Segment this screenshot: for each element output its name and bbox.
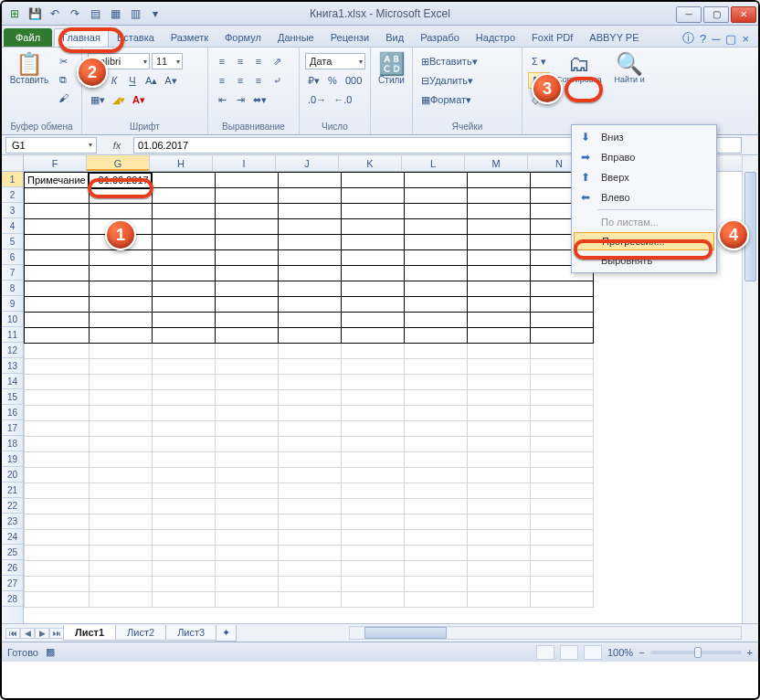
cell[interactable]	[25, 313, 90, 328]
cell[interactable]	[278, 188, 341, 204]
cell[interactable]	[278, 204, 341, 219]
row-header-23[interactable]: 23	[2, 514, 23, 529]
cell[interactable]	[152, 297, 215, 313]
cell[interactable]	[89, 577, 152, 592]
cell[interactable]	[152, 375, 215, 390]
merge-button[interactable]: ⬌▾	[250, 91, 269, 108]
cell[interactable]	[278, 468, 341, 483]
cell[interactable]	[25, 514, 90, 530]
row-header-12[interactable]: 12	[2, 343, 23, 358]
cell[interactable]	[89, 406, 152, 421]
cell[interactable]	[215, 483, 278, 499]
hscroll-thumb[interactable]	[364, 627, 447, 639]
wrap-button[interactable]: ⤶	[269, 72, 285, 89]
cell[interactable]	[278, 328, 341, 344]
tab-review[interactable]: Рецензи	[322, 28, 378, 47]
cell[interactable]	[467, 359, 530, 375]
col-header-i[interactable]: I	[213, 155, 276, 171]
maximize-button[interactable]: ▢	[703, 6, 729, 23]
styles-button[interactable]: 🔠 Стили	[376, 49, 406, 85]
ribbon-minimize-icon[interactable]: ⓘ	[682, 30, 694, 47]
col-header-l[interactable]: L	[402, 155, 465, 171]
sheet-tab-2[interactable]: Лист2	[115, 625, 166, 641]
cell[interactable]	[152, 514, 215, 530]
cell[interactable]	[341, 437, 404, 452]
cell[interactable]	[215, 390, 278, 406]
tab-data[interactable]: Данные	[269, 28, 322, 47]
cell[interactable]	[467, 421, 530, 437]
cell[interactable]	[530, 483, 593, 499]
cell[interactable]	[530, 359, 593, 375]
cell[interactable]	[152, 499, 215, 514]
cell[interactable]	[89, 281, 152, 297]
paste-button[interactable]: 📋 Вставить	[7, 49, 51, 85]
redo-icon[interactable]: ↷	[66, 5, 84, 22]
cell[interactable]	[215, 530, 278, 546]
cell[interactable]	[25, 344, 90, 359]
cell[interactable]	[467, 514, 530, 530]
cell[interactable]	[530, 328, 593, 344]
cell[interactable]	[341, 483, 404, 499]
cell[interactable]	[25, 468, 90, 483]
cell[interactable]	[467, 297, 530, 313]
cell[interactable]	[341, 297, 404, 313]
cell[interactable]	[341, 592, 404, 608]
tab-view[interactable]: Вид	[377, 28, 412, 47]
cell[interactable]	[278, 514, 341, 530]
cell[interactable]	[404, 390, 467, 406]
percent-button[interactable]: %	[324, 72, 341, 89]
cell[interactable]	[278, 561, 341, 577]
cell[interactable]	[404, 235, 467, 250]
cell[interactable]	[341, 235, 404, 250]
qat-icon-2[interactable]: ▦	[106, 5, 124, 22]
row-header-4[interactable]: 4	[2, 218, 23, 234]
shrink-font-button[interactable]: A▾	[162, 72, 179, 89]
cell[interactable]	[152, 344, 215, 359]
cell[interactable]	[530, 452, 593, 468]
cell[interactable]	[404, 281, 467, 297]
fill-color-button[interactable]: ◢▾	[110, 91, 128, 108]
row-header-26[interactable]: 26	[2, 560, 23, 576]
name-box[interactable]: G1	[5, 137, 97, 154]
align-left-button[interactable]: ≡	[214, 72, 230, 89]
cell[interactable]	[89, 530, 152, 546]
cell[interactable]	[341, 219, 404, 235]
cell[interactable]	[152, 250, 215, 266]
cell[interactable]	[278, 173, 341, 188]
cell[interactable]	[89, 375, 152, 390]
cell[interactable]	[152, 592, 215, 608]
cell[interactable]	[25, 359, 90, 375]
cell[interactable]	[467, 328, 530, 344]
cell[interactable]	[215, 204, 278, 219]
cell[interactable]	[341, 188, 404, 204]
fill-up-item[interactable]: ⬆Вверх	[574, 167, 714, 187]
new-sheet-button[interactable]: ✦	[216, 625, 237, 642]
tab-file[interactable]: Файл	[4, 28, 52, 47]
cell[interactable]	[89, 266, 152, 281]
font-size-combo[interactable]: 11	[152, 53, 183, 69]
cell[interactable]	[341, 499, 404, 514]
cell[interactable]	[278, 390, 341, 406]
comma-button[interactable]: 000	[343, 72, 364, 89]
cell[interactable]	[89, 514, 152, 530]
cell[interactable]	[341, 406, 404, 421]
cell[interactable]	[215, 297, 278, 313]
cell[interactable]	[404, 188, 467, 204]
cell[interactable]	[25, 188, 90, 204]
cell[interactable]	[530, 437, 593, 452]
cell[interactable]	[404, 406, 467, 421]
row-header-21[interactable]: 21	[2, 483, 23, 498]
cell[interactable]	[152, 452, 215, 468]
tab-foxit[interactable]: Foxit PDf	[523, 28, 581, 47]
mdi-close-icon[interactable]: ×	[742, 32, 749, 46]
select-all-corner[interactable]	[2, 155, 24, 172]
cell[interactable]	[89, 390, 152, 406]
cell[interactable]	[278, 452, 341, 468]
row-header-28[interactable]: 28	[2, 591, 23, 607]
cell[interactable]	[278, 375, 341, 390]
tab-home[interactable]: Главная	[54, 28, 109, 47]
mdi-min-icon[interactable]: ─	[712, 32, 720, 46]
cell[interactable]	[215, 173, 278, 188]
cell[interactable]	[215, 359, 278, 375]
cell[interactable]	[341, 328, 404, 344]
